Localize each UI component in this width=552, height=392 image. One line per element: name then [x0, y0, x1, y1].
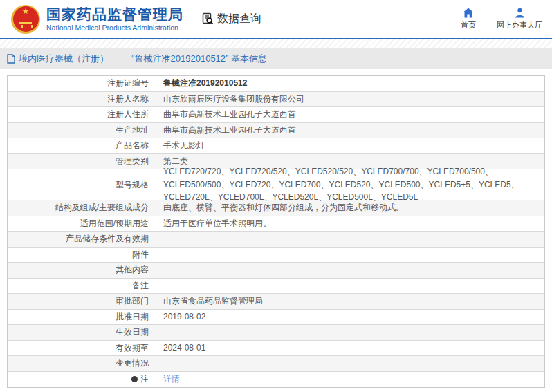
row-value [156, 325, 544, 340]
breadcrumb: 境内医疗器械（注册） —— “鲁械注准20192010512” 基本信息 [19, 53, 267, 65]
agency-title-block: 国家药品监督管理局 National Medical Products Admi… [46, 6, 183, 32]
user-icon [515, 8, 525, 18]
main-content: 注册证编号 鲁械注准20192010512 注册人名称 山东欣雨辰医疗设备集团股… [0, 69, 552, 388]
row-value: 由底座、横臂、平衡器和灯体四部分组成，分为固定式和移动式。 [156, 200, 544, 216]
row-label: 产品储存条件及有效期 [8, 232, 156, 247]
table-row: 附件 [8, 248, 544, 263]
row-label: 生效日期 [8, 325, 156, 340]
row-value: 2019-08-02 [156, 310, 544, 325]
document-search-icon [201, 12, 214, 26]
table-row: 生产地址 曲阜市高新技术工业园孔子大道西首 [8, 123, 544, 139]
row-label: 注 [8, 372, 156, 388]
hatch-divider [0, 39, 552, 48]
row-label: 生产地址 [8, 123, 156, 138]
table-row: 注 详情 [8, 372, 544, 388]
row-label: 型号规格 [8, 169, 156, 200]
row-label: 审批部门 [8, 294, 156, 309]
table-row: 变更情况 [8, 356, 544, 372]
table-row: 产品储存条件及有效期 [8, 232, 544, 248]
row-label: 备注 [8, 279, 156, 294]
row-value: 山东欣雨辰医疗设备集团股份有限公司 [156, 92, 544, 107]
table-row: 其他内容 [8, 263, 544, 279]
breadcrumb-bar: 境内医疗器械（注册） —— “鲁械注准20192010512” 基本信息 [0, 48, 552, 69]
row-label: 有效期至 [8, 341, 156, 356]
gate-icon [19, 22, 32, 28]
row-value [156, 356, 544, 371]
table-row: 生效日期 [8, 325, 544, 341]
row-value: YCLED720/720、YCLED720/520、YCLED520/520、Y… [156, 169, 544, 200]
home-icon [463, 8, 474, 18]
nav-home[interactable]: 首页 [461, 8, 476, 30]
table-row: 型号规格 YCLED720/720、YCLED720/520、YCLED520/… [8, 169, 544, 200]
row-label: 注册证编号 [8, 76, 156, 91]
table-row: 适用范围/预期用途 适用于医疗单位手术照明用。 [8, 216, 544, 232]
table-row: 注册人名称 山东欣雨辰医疗设备集团股份有限公司 [8, 92, 544, 108]
table-row: 有效期至 2024-08-01 [8, 341, 544, 357]
nav-service-hall-label: 网上办事大厅 [497, 20, 542, 30]
table-row: 批准日期 2019-08-02 [8, 310, 544, 326]
row-value: 手术无影灯 [156, 138, 544, 153]
table-row: 产品名称 手术无影灯 [8, 138, 544, 154]
top-nav: 首页 网上办事大厅 [461, 8, 552, 30]
table-row: 审批部门 山东省食品药品监督管理局 [8, 294, 544, 310]
table-row: 备注 [8, 279, 544, 295]
data-query-label: 数据查询 [217, 12, 261, 26]
row-label: 适用范围/预期用途 [8, 216, 156, 232]
row-value: 适用于医疗单位手术照明用。 [156, 216, 544, 232]
nav-home-label: 首页 [461, 20, 476, 30]
note-bubble-icon [131, 376, 138, 382]
row-label: 管理类别 [8, 154, 156, 169]
data-query-section[interactable]: 数据查询 [201, 12, 261, 26]
table-row: 注册人住所 曲阜市高新技术工业园孔子大道西首 [8, 107, 544, 123]
row-label: 产品名称 [8, 138, 156, 153]
detail-link[interactable]: 详情 [163, 373, 180, 385]
agency-name-en: National Medical Products Administration [46, 23, 183, 32]
row-label: 批准日期 [8, 310, 156, 325]
site-header: ★ 国家药品监督管理局 National Medical Products Ad… [0, 0, 552, 39]
row-label: 注册人住所 [8, 107, 156, 122]
row-value: 详情 [156, 372, 544, 388]
row-value: 山东省食品药品监督管理局 [156, 294, 544, 309]
agency-name-cn: 国家药品监督管理局 [46, 6, 183, 23]
row-value [156, 279, 544, 294]
row-label: 变更情况 [8, 356, 156, 371]
row-value [156, 263, 544, 278]
table-row: 结构及组成/主要组成成分 由底座、横臂、平衡器和灯体四部分组成，分为固定式和移动… [8, 200, 544, 216]
row-label: 其他内容 [8, 263, 156, 278]
row-label: 注册人名称 [8, 92, 156, 107]
row-value [156, 248, 544, 263]
page-icon [7, 54, 15, 64]
row-label: 附件 [8, 248, 156, 263]
row-label: 结构及组成/主要组成成分 [8, 200, 156, 216]
row-value: 2024-08-01 [156, 341, 544, 356]
national-emblem-logo: ★ [11, 5, 40, 34]
table-row: 注册证编号 鲁械注准20192010512 [8, 76, 544, 92]
star-icon: ★ [22, 8, 29, 15]
nav-service-hall[interactable]: 网上办事大厅 [497, 8, 542, 30]
row-value [156, 232, 544, 247]
row-value: 曲阜市高新技术工业园孔子大道西首 [156, 107, 544, 122]
row-value: 曲阜市高新技术工业园孔子大道西首 [156, 123, 544, 138]
row-value: 鲁械注准20192010512 [156, 76, 544, 91]
info-table: 注册证编号 鲁械注准20192010512 注册人名称 山东欣雨辰医疗设备集团股… [7, 75, 545, 388]
